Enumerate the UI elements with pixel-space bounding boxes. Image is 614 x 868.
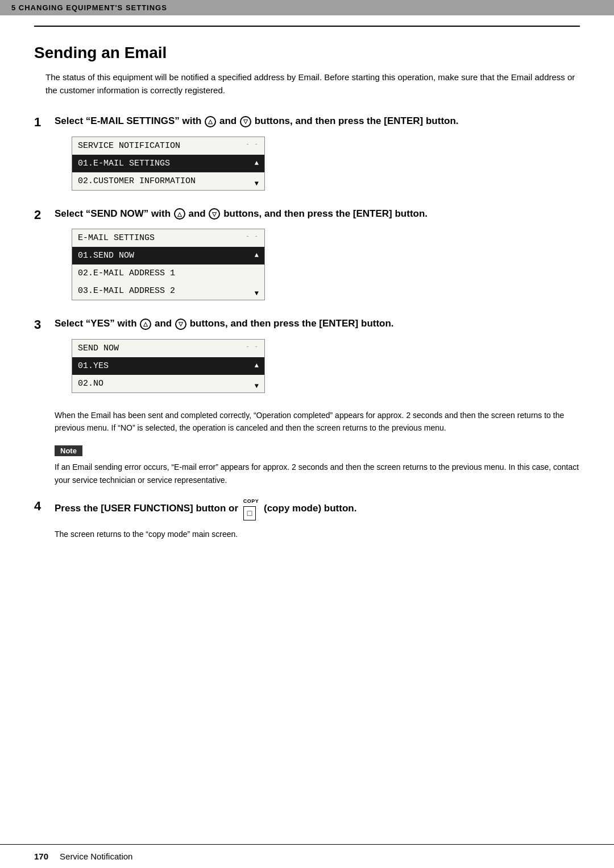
scroll-up-arrow-1: ▲ xyxy=(255,159,259,168)
body-text-after-step3: When the Email has been sent and complet… xyxy=(55,409,580,435)
footer: 170 Service Notification xyxy=(0,844,614,868)
page-title: Sending an Email xyxy=(34,44,580,62)
step-1-content: Select “E-MAIL SETTINGS” with △ and ▽ bu… xyxy=(55,114,580,191)
lcd-row-3-2: 02.E-MAIL ADDRESS 1 xyxy=(72,264,264,282)
scroll-up-arrow-3: ▲ xyxy=(255,361,259,371)
lcd-screen-3: SEND NOW - - 01.YES ▲ 02.NO ▼ xyxy=(72,339,265,393)
lcd-row-selected-3: 01.YES ▲ xyxy=(72,357,264,375)
step-3-number: 3 xyxy=(34,317,55,332)
copy-label-top: COPY xyxy=(243,498,259,506)
step-2-content: Select “SEND NOW” with △ and ▽ buttons, … xyxy=(55,206,580,301)
main-content: Sending an Email The status of this equi… xyxy=(0,27,614,579)
step-4-instruction: Press the [USER FUNCTIONS] button or COP… xyxy=(55,498,580,520)
step-1-instruction: Select “E-MAIL SETTINGS” with △ and ▽ bu… xyxy=(55,114,580,129)
step-2-number: 2 xyxy=(34,208,55,222)
lcd-row-3-1: 02.CUSTOMER INFORMATION xyxy=(72,172,264,190)
lcd-row-title-2: E-MAIL SETTINGS - - xyxy=(72,229,264,247)
lcd-row-selected-1: 01.E-MAIL SETTINGS ▲ xyxy=(72,155,264,172)
arrow-up-icon-2: △ xyxy=(174,208,185,220)
step-4-number: 4 xyxy=(34,499,55,514)
lcd-screen-2: E-MAIL SETTINGS - - 01.SEND NOW ▲ 02.E-M… xyxy=(72,229,265,300)
note-box: Note If an Email sending error occurs, “… xyxy=(55,445,580,486)
copy-mode-button-icon: □ xyxy=(243,506,256,520)
intro-text: The status of this equipment will be not… xyxy=(45,71,580,97)
arrow-down-icon-3: ▽ xyxy=(175,319,186,330)
step-1: 1 Select “E-MAIL SETTINGS” with △ and ▽ … xyxy=(34,114,580,191)
scroll-up-arrow-2: ▲ xyxy=(255,251,259,261)
scroll-down-3: ▼ xyxy=(255,382,259,390)
scroll-down-2: ▼ xyxy=(255,290,259,297)
lcd-row-title-1: SERVICE NOTIFICATION - - xyxy=(72,137,264,155)
step-3-content: Select “YES” with △ and ▽ buttons, and t… xyxy=(55,316,580,393)
section-header: 5 CHANGING EQUIPMENT'S SETTINGS xyxy=(0,0,614,15)
lcd-row-3-3: 02.NO xyxy=(72,375,264,392)
step-2: 2 Select “SEND NOW” with △ and ▽ buttons… xyxy=(34,206,580,301)
scroll-down-1: ▼ xyxy=(255,180,259,188)
arrow-down-icon-2: ▽ xyxy=(209,208,220,220)
step-2-instruction: Select “SEND NOW” with △ and ▽ buttons, … xyxy=(55,206,580,221)
step-4-content: Press the [USER FUNCTIONS] button or COP… xyxy=(55,498,580,540)
step-4: 4 Press the [USER FUNCTIONS] button or C… xyxy=(34,498,580,540)
lcd-screen-1: SERVICE NOTIFICATION - - 01.E-MAIL SETTI… xyxy=(72,137,265,191)
step-4-subtext: The screen returns to the “copy mode” ma… xyxy=(55,528,580,540)
arrow-up-icon-3: △ xyxy=(140,319,151,330)
lcd-row-4-2: 03.E-MAIL ADDRESS 2 xyxy=(72,282,264,300)
lcd-row-selected-2: 01.SEND NOW ▲ xyxy=(72,247,264,264)
step-3-instruction: Select “YES” with △ and ▽ buttons, and t… xyxy=(55,316,580,331)
note-label: Note xyxy=(55,445,82,456)
section-title: 5 CHANGING EQUIPMENT'S SETTINGS xyxy=(11,3,167,12)
note-text: If an Email sending error occurs, “E-mai… xyxy=(55,461,580,486)
footer-title: Service Notification xyxy=(60,852,132,861)
footer-page-number: 170 xyxy=(34,852,48,861)
lcd-row-title-3: SEND NOW - - xyxy=(72,340,264,357)
step-1-number: 1 xyxy=(34,115,55,130)
arrow-down-icon-1: ▽ xyxy=(240,116,251,127)
step-3: 3 Select “YES” with △ and ▽ buttons, and… xyxy=(34,316,580,393)
arrow-up-icon-1: △ xyxy=(205,116,216,127)
